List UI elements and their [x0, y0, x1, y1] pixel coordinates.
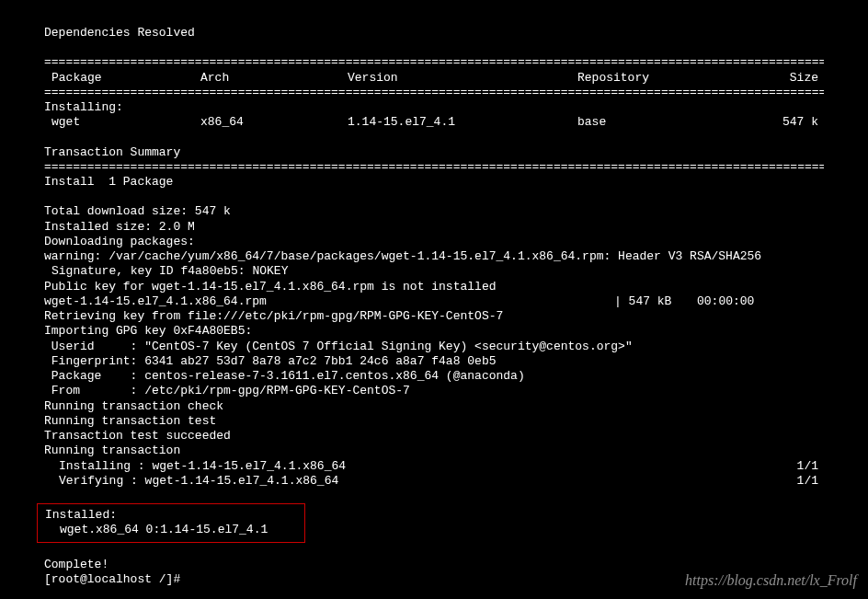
table-row: wget x86_64 1.14-15.el7_4.1 base 547 k [44, 115, 824, 130]
key-package: Package : centos-release-7-3.1611.el7.ce… [44, 369, 824, 384]
col-header-package: Package [44, 71, 200, 86]
transaction-summary: Transaction Summary [44, 145, 824, 160]
installing-step: Installing : wget-1.14-15.el7_4.1.x86_64 [44, 459, 752, 474]
key-userid: Userid : "CentOS-7 Key (CentOS 7 Officia… [44, 340, 824, 354]
watermark-url: https://blog.csdn.net/lx_Frolf [685, 571, 857, 590]
pkg-repo: base [577, 115, 725, 130]
key-fingerprint: Fingerprint: 6341 ab27 53d7 8a78 a7c2 7b… [44, 354, 824, 369]
pkg-size: 547 k [725, 115, 824, 130]
pkg-version: 1.14-15.el7_4.1 [348, 115, 577, 130]
installing-progress: 1/1 [752, 459, 824, 474]
retrieving-key: Retrieving key from file:///etc/pki/rpm-… [44, 309, 824, 324]
download-progress-row: wget-1.14-15.el7_4.1.x86_64.rpm | 547 kB… [44, 294, 824, 309]
warning-line-2: Signature, key ID f4a80eb5: NOKEY [44, 264, 824, 279]
verifying-step: Verifying : wget-1.14-15.el7_4.1.x86_64 [44, 474, 752, 489]
txn-test: Running transaction test [44, 414, 824, 429]
col-header-arch: Arch [200, 71, 348, 86]
txn-check: Running transaction check [44, 399, 824, 414]
pkg-arch: x86_64 [200, 115, 348, 130]
pkg-name: wget [44, 115, 200, 130]
txn-succeed: Transaction test succeeded [44, 429, 824, 443]
importing-key: Importing GPG key 0xF4A80EB5: [44, 324, 824, 339]
txn-run: Running transaction [44, 443, 824, 458]
installed-highlight-box: Installed: wget.x86_64 0:1.14-15.el7_4.1 [37, 503, 305, 543]
col-header-size: Size [725, 71, 824, 86]
installed-item: wget.x86_64 0:1.14-15.el7_4.1 [45, 523, 297, 537]
verifying-progress: 1/1 [752, 474, 824, 489]
table-header: Package Arch Version Repository Size [44, 71, 824, 86]
installing-label: Installing: [44, 100, 824, 115]
key-from: From : /etc/pki/rpm-gpg/RPM-GPG-KEY-Cent… [44, 384, 824, 398]
total-download: Total download size: 547 k [44, 204, 824, 219]
verifying-step-row: Verifying : wget-1.14-15.el7_4.1.x86_64 … [44, 474, 824, 489]
pubkey-warning: Public key for wget-1.14-15.el7_4.1.x86_… [44, 280, 824, 294]
install-count: Install 1 Package [44, 175, 824, 190]
downloading-label: Downloading packages: [44, 235, 824, 249]
heading-deps-resolved: Dependencies Resolved [44, 26, 824, 40]
divider-header-sep: ========================================… [44, 86, 824, 100]
col-header-version: Version [348, 71, 577, 86]
divider-summary: ========================================… [44, 160, 824, 175]
download-size: | 547 kB [614, 294, 697, 309]
installed-header: Installed: [45, 508, 297, 523]
col-header-repo: Repository [577, 71, 725, 86]
installed-size: Installed size: 2.0 M [44, 220, 824, 235]
complete-label: Complete! [44, 558, 824, 572]
warning-line-1: warning: /var/cache/yum/x86_64/7/base/pa… [44, 249, 824, 264]
download-time: 00:00:00 [697, 294, 824, 309]
download-file: wget-1.14-15.el7_4.1.x86_64.rpm [44, 294, 614, 309]
installing-step-row: Installing : wget-1.14-15.el7_4.1.x86_64… [44, 459, 824, 474]
divider-top: ========================================… [44, 55, 824, 70]
